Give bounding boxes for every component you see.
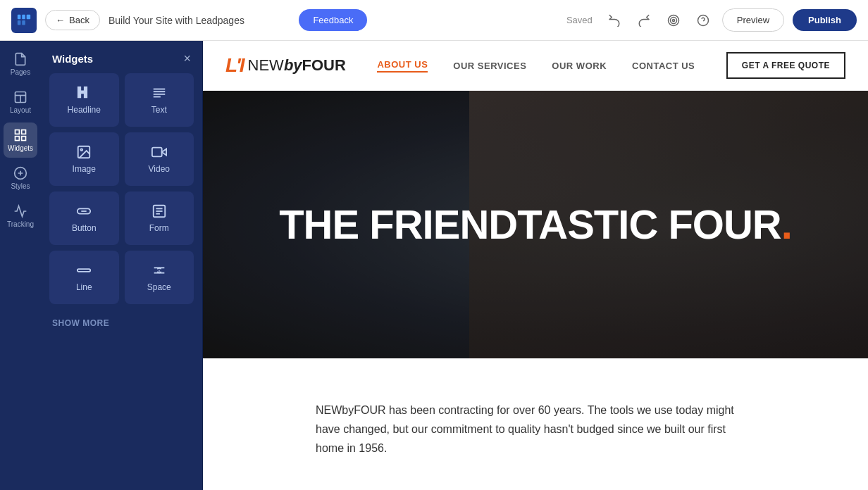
hero-content: THE FRIENDTASTIC FOUR.	[203, 91, 868, 358]
back-label: Back	[69, 15, 89, 25]
svg-rect-14	[22, 130, 26, 134]
show-more-button[interactable]: SHOW MORE	[41, 313, 202, 334]
sidebar-item-styles[interactable]: Styles	[4, 161, 37, 196]
saved-status: Saved	[566, 15, 593, 25]
sidebar-item-layout[interactable]: Layout	[4, 84, 37, 120]
widget-line-label: Line	[76, 282, 92, 292]
nav-cta-button[interactable]: GET A FREE QUOTE	[726, 52, 845, 79]
widgets-panel: Widgets × H Headline Text	[41, 41, 203, 490]
content-text: NEWbyFOUR has been contracting for over …	[316, 401, 755, 458]
widgets-close-button[interactable]: ×	[183, 52, 191, 65]
back-arrow-icon: ←	[56, 15, 65, 25]
widgets-panel-title: Widgets	[52, 53, 93, 65]
site-title: Build Your Site with Leadpages	[108, 15, 290, 26]
website-preview: L'I NEWbyFOUR ABOUT US OUR SERVICES OUR …	[203, 41, 868, 490]
publish-button[interactable]: Publish	[793, 9, 857, 31]
svg-point-6	[670, 17, 676, 23]
nav-link-about[interactable]: ABOUT US	[377, 59, 428, 73]
nav-link-services[interactable]: OUR SERVICES	[453, 61, 526, 71]
back-button[interactable]: ← Back	[45, 10, 100, 30]
logo-text: NEWbyFOUR	[248, 56, 346, 75]
svg-point-23	[81, 149, 83, 151]
target-icon-button[interactable]	[663, 10, 684, 31]
widget-image-label: Image	[73, 164, 96, 174]
svg-rect-0	[18, 14, 21, 18]
feedback-button[interactable]: Feedback	[299, 9, 367, 31]
widget-line[interactable]: Line	[49, 251, 119, 304]
svg-text:H: H	[78, 85, 88, 100]
top-bar: ← Back Build Your Site with Leadpages Fe…	[0, 0, 868, 41]
icon-sidebar: Pages Layout Widgets Styles	[0, 41, 41, 490]
svg-rect-3	[18, 20, 21, 25]
svg-rect-16	[16, 137, 20, 141]
sidebar-item-layout-label: Layout	[10, 106, 31, 114]
hero-title-text: THE FRIENDTASTIC FOUR	[279, 201, 781, 247]
svg-rect-1	[22, 14, 25, 18]
nav-link-contact[interactable]: CONTACT US	[632, 61, 695, 71]
widget-button[interactable]: Button	[49, 191, 119, 245]
widget-text-label: Text	[151, 105, 167, 115]
logo-mark: L'I	[225, 54, 244, 77]
svg-rect-4	[22, 20, 25, 25]
sidebar-item-widgets[interactable]: Widgets	[4, 122, 37, 158]
sidebar-item-tracking-label: Tracking	[7, 220, 34, 228]
widget-space-label: Space	[147, 282, 171, 292]
svg-rect-25	[152, 148, 162, 157]
widget-form-label: Form	[149, 223, 169, 233]
svg-rect-32	[78, 269, 90, 272]
widget-video-label: Video	[149, 164, 170, 174]
redo-button[interactable]	[633, 10, 655, 31]
site-logo: L'I NEWbyFOUR	[225, 54, 346, 77]
help-button[interactable]	[693, 10, 714, 31]
sidebar-item-pages[interactable]: Pages	[4, 46, 37, 82]
content-section: NEWbyFOUR has been contracting for over …	[203, 358, 868, 490]
hero-section: THE FRIENDTASTIC FOUR.	[203, 91, 868, 358]
app-logo	[11, 8, 37, 33]
sidebar-item-widgets-label: Widgets	[8, 144, 33, 152]
hero-title: THE FRIENDTASTIC FOUR.	[279, 202, 792, 247]
svg-rect-15	[22, 137, 26, 141]
preview-button[interactable]: Preview	[722, 8, 784, 32]
svg-point-7	[672, 19, 674, 21]
svg-rect-13	[16, 130, 20, 134]
widgets-grid: H Headline Text	[41, 73, 202, 313]
widget-form[interactable]: Form	[125, 191, 194, 245]
canvas-area[interactable]: L'I NEWbyFOUR ABOUT US OUR SERVICES OUR …	[203, 41, 868, 490]
nav-link-work[interactable]: OUR WORK	[552, 61, 607, 71]
widget-space[interactable]: Space	[125, 251, 194, 304]
widget-headline-label: Headline	[68, 105, 101, 115]
widgets-panel-header: Widgets ×	[41, 41, 202, 73]
undo-button[interactable]	[604, 10, 625, 31]
svg-rect-2	[27, 14, 30, 18]
widget-text[interactable]: Text	[125, 73, 194, 127]
widget-video[interactable]: Video	[125, 132, 194, 186]
sidebar-item-styles-label: Styles	[11, 182, 30, 190]
widget-image[interactable]: Image	[49, 132, 119, 186]
svg-marker-24	[161, 149, 166, 155]
widget-button-label: Button	[72, 223, 97, 233]
main-layout: Pages Layout Widgets Styles	[0, 41, 868, 490]
widget-headline[interactable]: H Headline	[49, 73, 119, 127]
nav-links: ABOUT US OUR SERVICES OUR WORK CONTACT U…	[377, 59, 695, 73]
sidebar-item-pages-label: Pages	[11, 68, 30, 76]
hero-dot: .	[781, 201, 792, 247]
sidebar-item-tracking[interactable]: Tracking	[4, 199, 37, 234]
site-nav: L'I NEWbyFOUR ABOUT US OUR SERVICES OUR …	[203, 41, 868, 91]
